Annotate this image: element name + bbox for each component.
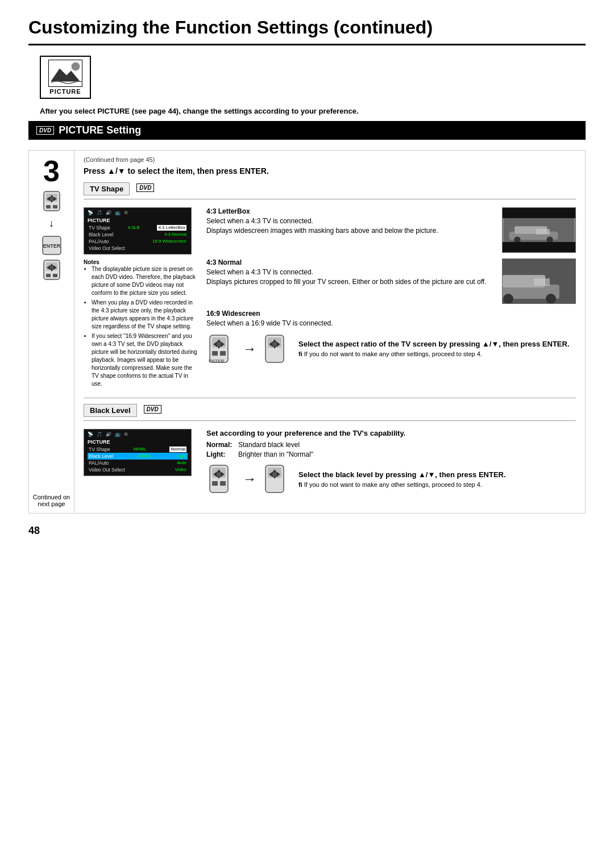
flow-enter-icon <box>262 334 293 364</box>
black-level-content: 📡🎵🔊📺⚙ PICTURE TV Shape NRML Normal Black… <box>84 429 576 499</box>
option-normal-img <box>502 258 576 304</box>
black-level-select-flow: → Select the black level by pressing ▲/▼… <box>206 464 576 494</box>
black-level-left: 📡🎵🔊📺⚙ PICTURE TV Shape NRML Normal Black… <box>84 429 197 499</box>
osd-bl-row-blacklevel: Black Level NRML Light <box>88 453 188 460</box>
arrow-down-icon: ↓ <box>49 218 54 229</box>
page-title: Customizing the Function Settings (conti… <box>28 17 586 38</box>
normal-light-table: Normal: Standard black level Light: Brig… <box>206 441 576 458</box>
osd-bl-row-tvshape: TV Shape NRML Normal <box>88 446 188 453</box>
letterbox-visual <box>503 208 575 252</box>
letterbox-title: 4:3 LetterBox <box>206 207 495 215</box>
note-item-2: When you play a DVD video recorded in th… <box>92 299 197 331</box>
black-level-header: Black Level DVD <box>84 404 576 421</box>
osd-bl-row-pal: PAL/Auto Auto <box>88 460 188 466</box>
step-column: 3 ↓ ENTER <box>29 151 74 513</box>
picture-icon-box: PICTURE <box>40 56 91 99</box>
continued-from: (Continued from page 45) <box>84 156 576 163</box>
flow-arrow-right: → <box>243 341 256 357</box>
step-icons: ↓ ENTER <box>39 190 64 281</box>
letterbox-desc1: Select when a 4:3 TV is connected. <box>206 216 495 226</box>
option-widescreen-text: 16:9 Widescreen Select when a 16:9 wide … <box>206 310 576 328</box>
tv-shape-left: 📡🎵🔊📺⚙ PICTURE TV Shape 4:3LB 4:3 LetterB… <box>84 207 197 390</box>
continued-bottom: Continued on next page <box>29 482 74 513</box>
widescreen-title: 16:9 Widescreen <box>206 310 576 318</box>
svg-point-20 <box>50 266 53 269</box>
osd-bl-row-videoout: Video Out Select Video <box>88 466 188 473</box>
bl-step-flow-text: Select the black level by pressing ▲/▼, … <box>298 470 576 488</box>
tv-shape-select-instruction: Select the aspect ratio of the TV screen… <box>298 340 576 348</box>
remote-nav-icon <box>39 190 64 212</box>
normal-desc1: Select when a 4:3 TV is connected. <box>206 268 495 277</box>
osd-bl-menu-title: PICTURE <box>88 439 188 445</box>
svg-point-67 <box>272 472 277 477</box>
section-label: PICTURE Setting <box>59 124 141 136</box>
bl-fi-note: fi If you do not want to make any other … <box>298 481 576 488</box>
tv-shape-label: TV Shape <box>84 182 130 195</box>
black-level-right: Set according to your preference and the… <box>206 429 576 499</box>
bl-select-instruction: Select the black level by pressing ▲/▼, … <box>298 470 576 479</box>
bl-flow-remote-icon <box>206 464 237 494</box>
letterbox-content <box>503 218 575 242</box>
picture-label: PICTURE <box>49 88 81 95</box>
remote-nav-icon-2 <box>39 259 64 281</box>
svg-point-41 <box>217 342 221 347</box>
section-divider <box>84 398 576 398</box>
svg-rect-59 <box>212 481 218 486</box>
option-normal-text: 4:3 Normal Select when a 4:3 TV is conne… <box>206 258 495 304</box>
tv-shape-fi-note: fi If you do not want to make any other … <box>298 350 576 357</box>
light-label: Light: <box>206 450 234 458</box>
svg-rect-43 <box>220 351 226 356</box>
svg-rect-21 <box>46 274 51 277</box>
svg-point-32 <box>503 294 513 304</box>
normal-car-svg <box>503 259 576 304</box>
tv-shape-content: 📡🎵🔊📺⚙ PICTURE TV Shape 4:3LB 4:3 LetterB… <box>84 207 576 390</box>
tv-shape-dvd-badge: DVD <box>136 183 154 192</box>
section-dvd-badge: DVD <box>36 126 54 135</box>
letterbox-desc2: Displays widescreen images with masking … <box>206 226 495 236</box>
svg-rect-22 <box>53 274 57 277</box>
light-desc: Brighter than in "Normal" <box>238 450 313 458</box>
osd-row-videoout: Video Out Select <box>88 245 188 252</box>
main-content: 3 ↓ ENTER <box>28 150 586 514</box>
normal-row: Normal: Standard black level <box>206 441 576 449</box>
letterbox-bar-top <box>503 208 575 218</box>
osd-menu-title: PICTURE <box>88 218 188 223</box>
svg-rect-10 <box>46 205 51 208</box>
page-number: 48 <box>28 525 586 537</box>
section-header: DVD PICTURE Setting <box>28 121 586 140</box>
enter-button-icon: ENTER <box>42 235 62 256</box>
notes-list: The displayable picture size is preset o… <box>92 265 197 388</box>
note-item-1: The displayable picture size is preset o… <box>92 265 197 297</box>
svg-point-9 <box>50 197 53 201</box>
letterbox-car-svg <box>503 218 575 242</box>
note-item-3: If you select "16:9 Widescreen" and you … <box>92 332 197 388</box>
svg-rect-42 <box>212 351 218 356</box>
flow-remote-icon: ENTER <box>206 334 237 364</box>
svg-rect-28 <box>536 229 550 235</box>
intro-text: After you select PICTURE (see page 44), … <box>40 107 586 115</box>
light-row: Light: Brighter than in "Normal" <box>206 450 576 458</box>
svg-text:ENTER: ENTER <box>43 243 60 249</box>
step-flow-text: Select the aspect ratio of the TV screen… <box>298 340 576 357</box>
picture-icon <box>48 60 82 87</box>
osd-top-icons: 📡🎵🔊📺⚙ <box>88 210 188 215</box>
notes-box: Notes The displayable picture size is pr… <box>84 259 197 388</box>
normal-title: 4:3 Normal <box>206 258 495 266</box>
picture-icon-area: PICTURE <box>40 56 586 99</box>
normal-label: Normal: <box>206 441 234 449</box>
letterbox-bar-bottom <box>503 242 575 252</box>
bl-flow-arrow: → <box>243 471 256 487</box>
osd-bl-top-icons: 📡🎵🔊📺⚙ <box>88 432 188 437</box>
svg-point-58 <box>217 472 221 477</box>
widescreen-desc1: Select when a 16:9 wide TV is connected. <box>206 319 576 328</box>
bl-flow-enter-icon <box>262 464 293 494</box>
black-level-label: Black Level <box>84 404 137 417</box>
osd-row-pal: PAL/Auto 16:9 Widescreen <box>88 238 188 245</box>
content-column: (Continued from page 45) Press ▲/▼ to se… <box>74 151 585 513</box>
tv-shape-select-flow: ENTER → Select the aspect ratio of the T… <box>206 334 576 364</box>
press-instruction: Press ▲/▼ to select the item, then press… <box>84 166 576 176</box>
title-divider <box>28 44 586 45</box>
osd-mockup-blacklevel: 📡🎵🔊📺⚙ PICTURE TV Shape NRML Normal Black… <box>84 429 192 476</box>
svg-text:ENTER: ENTER <box>209 358 224 364</box>
svg-rect-60 <box>220 481 226 486</box>
